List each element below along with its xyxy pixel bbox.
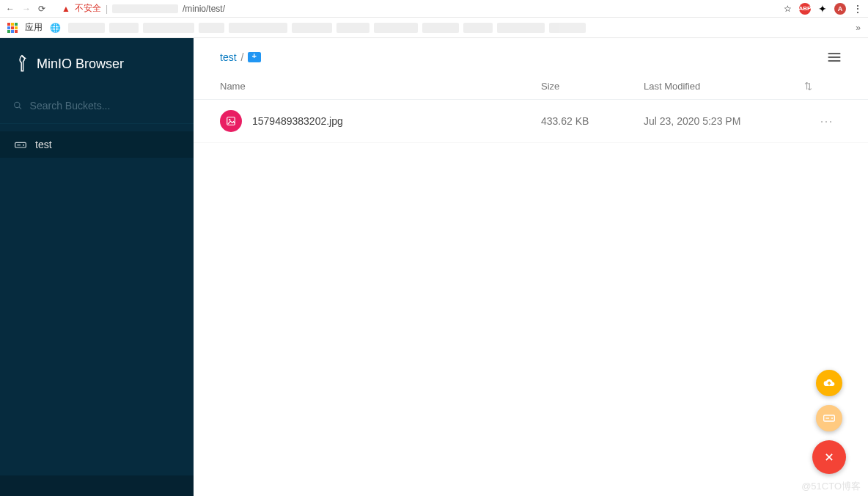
- column-size[interactable]: Size: [541, 81, 644, 92]
- star-icon[interactable]: ☆: [784, 4, 792, 14]
- bucket-hdd-icon: [15, 139, 26, 150]
- svg-point-0: [15, 102, 20, 107]
- file-row[interactable]: 1579489383202.jpg 433.62 KB Jul 23, 2020…: [194, 100, 868, 143]
- close-icon: [824, 452, 834, 462]
- add-folder-icon[interactable]: [248, 52, 261, 62]
- breadcrumb-separator: /: [241, 51, 244, 63]
- hdd-icon: [823, 414, 835, 423]
- sidebar: MinIO Browser test: [0, 38, 194, 496]
- file-name: 1579489383202.jpg: [252, 115, 541, 127]
- back-icon[interactable]: ←: [6, 4, 15, 14]
- menu-icon[interactable]: [827, 51, 842, 63]
- column-name[interactable]: Name: [220, 81, 541, 92]
- breadcrumb-row: test /: [194, 38, 868, 73]
- fab-create-bucket-button[interactable]: [816, 405, 842, 431]
- bookmarks-redacted: [68, 23, 848, 33]
- fab-stack: [812, 370, 846, 474]
- file-size: 433.62 KB: [541, 115, 644, 127]
- chrome-menu-icon[interactable]: ⋮: [853, 4, 862, 14]
- sort-icon[interactable]: ⇅: [783, 81, 812, 92]
- browser-toolbar: ← → ⟳ ▲ 不安全 | /minio/test/ ☆ ABP ✦ A ⋮: [0, 0, 868, 18]
- search-icon: [13, 101, 23, 111]
- bucket-search[interactable]: [0, 91, 194, 124]
- main-panel: test / Name Size Last Modified ⇅ 1579489…: [194, 38, 868, 496]
- insecure-warning-icon: ▲: [62, 4, 70, 14]
- bookmark-overflow-icon[interactable]: »: [856, 23, 861, 33]
- bucket-name: test: [35, 139, 52, 150]
- bookmark-bar: 应用 🌐 »: [0, 18, 868, 38]
- watermark: @51CTO博客: [801, 480, 861, 493]
- cloud-upload-icon: [823, 377, 835, 389]
- url-path: /minio/test/: [183, 4, 225, 14]
- app-title: MinIO Browser: [37, 56, 124, 72]
- minio-logo-icon: [15, 54, 29, 73]
- insecure-label: 不安全: [75, 2, 101, 15]
- file-image-icon: [220, 110, 242, 132]
- sidebar-header: MinIO Browser: [0, 38, 194, 91]
- breadcrumb: test /: [220, 51, 261, 63]
- svg-point-11: [831, 417, 833, 419]
- globe-icon[interactable]: 🌐: [50, 23, 61, 33]
- sidebar-footer-redacted: [0, 475, 194, 496]
- fab-close-button[interactable]: [812, 440, 846, 474]
- file-actions-icon[interactable]: ⋯: [812, 113, 842, 129]
- forward-icon[interactable]: →: [22, 4, 31, 14]
- bucket-list: test: [0, 124, 194, 158]
- minio-app: MinIO Browser test test / Name Size La: [0, 38, 868, 496]
- url-redacted: [112, 4, 178, 13]
- url-bar[interactable]: ▲ 不安全 | /minio/test/: [54, 2, 775, 15]
- bucket-item-test[interactable]: test: [0, 131, 194, 158]
- breadcrumb-bucket[interactable]: test: [220, 51, 237, 63]
- fab-upload-button[interactable]: [816, 370, 842, 396]
- chrome-apps-icon[interactable]: [7, 23, 18, 33]
- column-modified[interactable]: Last Modified: [644, 81, 783, 92]
- extensions-icon[interactable]: ✦: [818, 3, 827, 15]
- table-header: Name Size Last Modified ⇅: [194, 73, 868, 100]
- file-modified: Jul 23, 2020 5:23 PM: [644, 115, 783, 127]
- profile-avatar-icon[interactable]: A: [834, 3, 846, 15]
- abp-extension-icon[interactable]: ABP: [799, 3, 811, 15]
- svg-point-9: [229, 119, 230, 120]
- reload-icon[interactable]: ⟳: [38, 4, 45, 14]
- svg-line-1: [19, 107, 21, 109]
- search-input[interactable]: [30, 100, 180, 112]
- svg-point-3: [23, 145, 24, 146]
- apps-label[interactable]: 应用: [25, 21, 43, 34]
